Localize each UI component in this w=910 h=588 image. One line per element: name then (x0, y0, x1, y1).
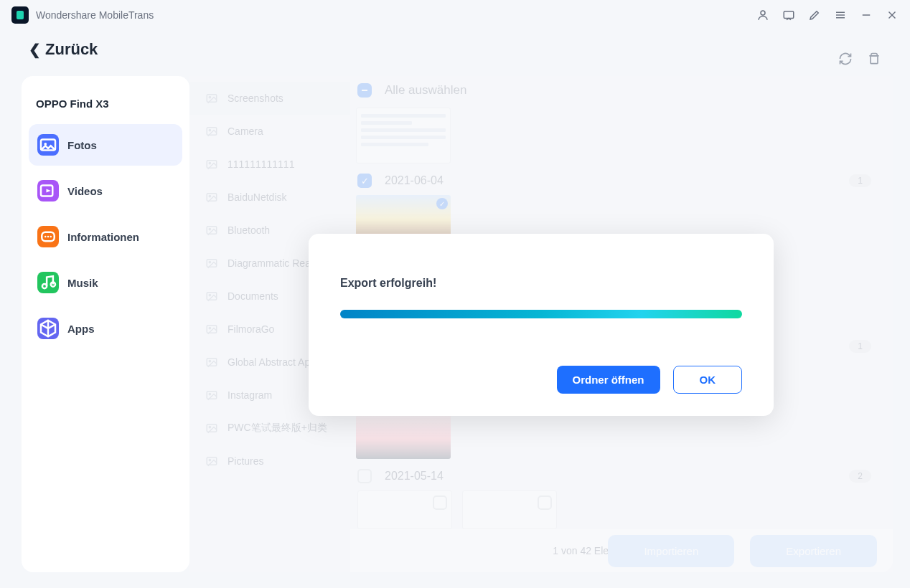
image-icon (204, 158, 220, 171)
app-title: Wondershare MobileTrans (36, 9, 154, 21)
image-icon (204, 92, 220, 105)
select-all-checkbox[interactable] (357, 83, 372, 98)
svg-point-29 (209, 261, 210, 262)
chevron-left-icon: ❮ (29, 41, 41, 58)
svg-rect-8 (871, 56, 878, 64)
count-badge: 1 (849, 174, 871, 187)
folder-label: Camera (228, 125, 263, 137)
titlebar-right (756, 9, 899, 22)
folder-item[interactable]: 111111111111 (189, 148, 350, 181)
image-icon (204, 389, 220, 402)
image-icon (204, 422, 220, 435)
sidebar-item-information[interactable]: Informationen (29, 216, 182, 257)
svg-point-23 (209, 162, 210, 163)
folder-label: Screenshots (228, 93, 283, 104)
svg-point-19 (209, 96, 210, 98)
count-badge: 1 (849, 340, 871, 353)
svg-point-27 (209, 228, 210, 229)
svg-point-0 (761, 11, 765, 15)
folder-item[interactable]: BaiduNetdisk (189, 181, 350, 214)
folder-label: 111111111111 (228, 158, 294, 170)
image-icon (204, 323, 220, 336)
folder-item[interactable]: Screenshots (189, 82, 350, 115)
svg-point-13 (44, 236, 47, 238)
feedback-icon[interactable] (782, 9, 795, 22)
thumbnail[interactable] (356, 410, 451, 459)
svg-point-15 (50, 236, 52, 238)
svg-point-33 (209, 327, 210, 328)
apps-icon (37, 318, 59, 339)
svg-point-37 (209, 393, 210, 394)
titlebar: Wondershare MobileTrans (0, 0, 910, 30)
ok-button[interactable]: OK (673, 366, 743, 394)
count-badge: 2 (849, 470, 871, 483)
category-sidebar: OPPO Find X3 Fotos Videos Informationen … (22, 76, 189, 572)
delete-icon[interactable] (867, 52, 881, 66)
svg-rect-1 (784, 11, 794, 19)
videos-icon (37, 180, 59, 201)
dialog-actions: Ordner öffnen OK (340, 366, 742, 394)
folder-item[interactable]: Pictures (189, 445, 350, 478)
photos-icon (37, 134, 59, 156)
image-icon (204, 125, 220, 138)
check-icon: ✓ (436, 198, 448, 209)
folder-label: FilmoraGo (228, 323, 274, 335)
back-header: ❮ Zurück (0, 30, 910, 69)
thumbnail[interactable] (356, 108, 451, 163)
toolbar-right (838, 52, 881, 66)
menu-icon[interactable] (834, 9, 847, 22)
close-icon[interactable] (886, 9, 899, 22)
folder-item[interactable]: Camera (189, 115, 350, 148)
progress-bar (340, 310, 742, 318)
svg-point-35 (209, 360, 210, 361)
image-icon (204, 455, 220, 468)
export-button[interactable]: Exportieren (750, 535, 877, 567)
date-label: 2021-05-14 (385, 470, 444, 483)
folder-label: PWC笔试最终版+归类 (228, 422, 327, 435)
thumbnail-checkbox[interactable] (538, 495, 552, 510)
image-icon (204, 224, 220, 237)
sidebar-item-label: Fotos (67, 139, 97, 151)
thumbnail[interactable] (357, 490, 452, 529)
sidebar-item-apps[interactable]: Apps (29, 308, 182, 349)
thumbnail[interactable] (462, 490, 557, 529)
sidebar-item-label: Informationen (67, 231, 139, 243)
image-icon (204, 290, 220, 303)
svg-point-39 (209, 426, 210, 427)
select-all-row: Alle auswählen (350, 76, 878, 108)
device-name: OPPO Find X3 (29, 90, 182, 120)
select-all-label: Alle auswählen (385, 83, 466, 98)
folder-label: Instagram (228, 389, 272, 401)
bottom-bar: 1 von 42 Element(e),505.35KB Importieren… (350, 529, 893, 572)
image-icon (204, 356, 220, 369)
svg-point-41 (209, 459, 210, 460)
date-checkbox[interactable] (357, 469, 372, 483)
date-checkbox[interactable]: ✓ (357, 174, 372, 188)
svg-point-31 (209, 294, 210, 295)
thumbnail-checkbox[interactable] (433, 495, 447, 510)
image-icon (204, 191, 220, 204)
svg-point-21 (209, 129, 210, 131)
user-icon[interactable] (756, 9, 769, 22)
app-logo (11, 6, 29, 24)
date-group-row: ✓ 2021-06-04 1 (350, 163, 878, 195)
folder-label: Pictures (228, 455, 264, 467)
folder-label: BaiduNetdisk (228, 191, 287, 203)
minimize-icon[interactable] (860, 9, 873, 22)
folder-item[interactable]: PWC笔试最终版+归类 (189, 412, 350, 445)
open-folder-button[interactable]: Ordner öffnen (557, 366, 660, 394)
information-icon (37, 226, 59, 247)
music-icon (37, 272, 59, 293)
image-icon (204, 257, 220, 270)
svg-point-25 (209, 195, 210, 196)
edit-icon[interactable] (808, 9, 821, 22)
refresh-icon[interactable] (838, 52, 853, 66)
sidebar-item-photos[interactable]: Fotos (29, 124, 182, 166)
folder-label: Bluetooth (228, 224, 270, 236)
sidebar-item-music[interactable]: Musik (29, 262, 182, 303)
date-label: 2021-06-04 (385, 174, 444, 187)
back-button[interactable]: ❮ Zurück (29, 40, 98, 59)
sidebar-item-videos[interactable]: Videos (29, 170, 182, 212)
import-button[interactable]: Importieren (608, 535, 734, 567)
titlebar-left: Wondershare MobileTrans (11, 6, 154, 24)
